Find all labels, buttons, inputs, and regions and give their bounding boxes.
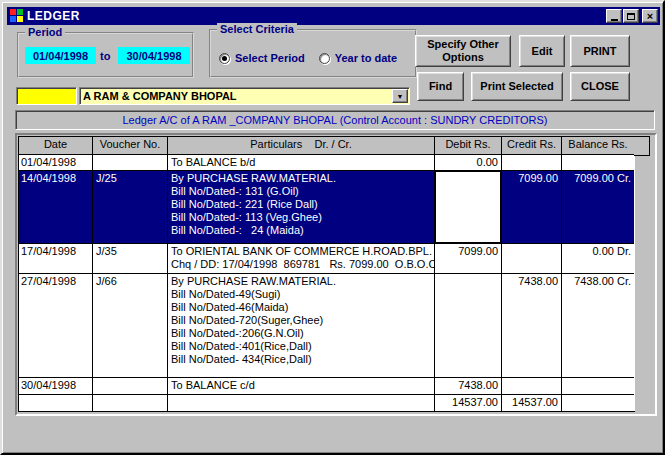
cell-debit[interactable]: 0.00 bbox=[435, 155, 502, 171]
cell-credit[interactable] bbox=[502, 155, 562, 171]
cell-voucher bbox=[93, 395, 168, 412]
cell-voucher[interactable]: J/66 bbox=[93, 274, 168, 378]
criteria-group: Select Criteria Select Period Year to da… bbox=[209, 29, 417, 78]
cell-credit[interactable] bbox=[502, 378, 562, 395]
account-combo[interactable]: A RAM & COMPANY BHOPAL ▼ bbox=[79, 87, 410, 105]
account-combo-value: A RAM & COMPANY BHOPAL bbox=[80, 90, 392, 102]
print-selected-button[interactable]: Print Selected bbox=[471, 72, 563, 101]
cell-particulars[interactable]: By PURCHASE RAW.MATERIAL. Bill No/Dated-… bbox=[168, 171, 435, 244]
cell-balance[interactable]: 7099.00 Cr. bbox=[562, 171, 635, 244]
cell-credit[interactable] bbox=[502, 244, 562, 274]
radio-select-period-label[interactable]: Select Period bbox=[235, 52, 305, 64]
maximize-icon bbox=[627, 13, 635, 20]
cell-debit[interactable] bbox=[435, 274, 502, 378]
window-controls: × bbox=[606, 9, 658, 23]
cell-particulars[interactable]: To BALANCE b/d bbox=[168, 155, 435, 171]
maximize-button[interactable] bbox=[623, 9, 639, 23]
find-button[interactable]: Find bbox=[417, 72, 464, 101]
radio-year-to-date-label[interactable]: Year to date bbox=[335, 52, 397, 64]
ledger-window: LEDGER × Period 01/04/1998 to 30/04/1998… bbox=[0, 0, 665, 455]
period-label: Period bbox=[25, 26, 65, 39]
period-to-word: to bbox=[100, 50, 110, 62]
period-from-field[interactable]: 01/04/1998 bbox=[25, 47, 96, 64]
ledger-grid: Date Voucher No. Particulars Dr. / Cr. D… bbox=[18, 136, 635, 412]
cell-credit[interactable]: 7438.00 bbox=[502, 274, 562, 378]
chevron-down-icon: ▼ bbox=[397, 93, 404, 100]
cell-debit[interactable]: 7438.00 bbox=[435, 378, 502, 395]
window-title: LEDGER bbox=[27, 9, 80, 23]
ledger-account-header: Ledger A/C of A RAM _COMPANY BHOPAL (Con… bbox=[15, 110, 655, 130]
cell-date[interactable]: 17/04/1998 bbox=[19, 244, 93, 274]
cell-particulars bbox=[168, 395, 435, 412]
cell-balance bbox=[562, 395, 635, 412]
table-row-selected[interactable]: 14/04/1998 J/25 By PURCHASE RAW.MATERIAL… bbox=[19, 171, 635, 244]
debit-edit-cell[interactable] bbox=[435, 171, 502, 244]
radio-select-period[interactable] bbox=[219, 53, 230, 64]
cell-date[interactable]: 27/04/1998 bbox=[19, 274, 93, 378]
table-row[interactable]: 01/04/1998 To BALANCE b/d 0.00 bbox=[19, 155, 635, 171]
radio-year-to-date[interactable] bbox=[319, 53, 330, 64]
cell-debit[interactable]: 7099.00 bbox=[435, 244, 502, 274]
col-header-date: Date bbox=[19, 137, 93, 155]
cell-date[interactable]: 01/04/1998 bbox=[19, 155, 93, 171]
cell-date[interactable]: 30/04/1998 bbox=[19, 378, 93, 395]
col-header-credit: Credit Rs. bbox=[502, 137, 562, 155]
close-button[interactable]: CLOSE bbox=[570, 72, 630, 101]
account-search-input[interactable] bbox=[16, 87, 77, 105]
cell-date[interactable]: 14/04/1998 bbox=[19, 171, 93, 244]
col-header-voucher: Voucher No. bbox=[93, 137, 168, 155]
cell-particulars[interactable]: By PURCHASE RAW.MATERIAL. Bill No/Dated-… bbox=[168, 274, 435, 378]
cell-voucher[interactable]: J/35 bbox=[93, 244, 168, 274]
cell-credit[interactable]: 7099.00 bbox=[502, 171, 562, 244]
total-credit: 14537.00 bbox=[502, 395, 562, 412]
cell-particulars[interactable]: To ORIENTAL BANK OF COMMERCE H.ROAD.BPL.… bbox=[168, 244, 435, 274]
period-group: Period 01/04/1998 to 30/04/1998 bbox=[17, 32, 194, 78]
grid-filler-header bbox=[634, 136, 650, 156]
criteria-options: Select Period Year to date bbox=[219, 52, 397, 64]
cell-balance[interactable]: 0.00 Dr. bbox=[562, 244, 635, 274]
cell-balance[interactable] bbox=[562, 155, 635, 171]
titlebar-close-button[interactable]: × bbox=[642, 9, 658, 23]
col-header-balance: Balance Rs. bbox=[562, 137, 635, 155]
minimize-icon bbox=[611, 19, 618, 21]
cell-voucher[interactable]: J/25 bbox=[93, 171, 168, 244]
col-header-particulars: Particulars Dr. / Cr. bbox=[168, 137, 435, 155]
grid-filler bbox=[634, 156, 650, 411]
total-debit: 14537.00 bbox=[435, 395, 502, 412]
close-icon: × bbox=[647, 11, 653, 21]
ledger-grid-frame: Date Voucher No. Particulars Dr. / Cr. D… bbox=[15, 133, 657, 416]
edit-button[interactable]: Edit bbox=[519, 35, 565, 67]
table-row[interactable]: 27/04/1998 J/66 By PURCHASE RAW.MATERIAL… bbox=[19, 274, 635, 378]
cell-balance[interactable]: 7438.00 Cr. bbox=[562, 274, 635, 378]
title-bar[interactable]: LEDGER × bbox=[7, 7, 660, 25]
table-row[interactable]: 30/04/1998 To BALANCE c/d 7438.00 bbox=[19, 378, 635, 395]
criteria-label: Select Criteria bbox=[217, 23, 297, 36]
specify-other-options-button[interactable]: Specify Other Options bbox=[415, 35, 511, 67]
cell-balance[interactable] bbox=[562, 378, 635, 395]
combo-dropdown-button[interactable]: ▼ bbox=[392, 89, 408, 103]
col-header-debit: Debit Rs. bbox=[435, 137, 502, 155]
period-to-field[interactable]: 30/04/1998 bbox=[118, 47, 190, 64]
app-icon bbox=[10, 9, 24, 23]
cell-voucher[interactable] bbox=[93, 378, 168, 395]
print-button[interactable]: PRINT bbox=[570, 35, 630, 67]
cell-particulars[interactable]: To BALANCE c/d bbox=[168, 378, 435, 395]
cell-date bbox=[19, 395, 93, 412]
grid-header-row: Date Voucher No. Particulars Dr. / Cr. D… bbox=[19, 137, 635, 155]
totals-row: 14537.00 14537.00 bbox=[19, 395, 635, 412]
table-row[interactable]: 17/04/1998 J/35 To ORIENTAL BANK OF COMM… bbox=[19, 244, 635, 274]
cell-voucher[interactable] bbox=[93, 155, 168, 171]
minimize-button[interactable] bbox=[606, 9, 622, 23]
